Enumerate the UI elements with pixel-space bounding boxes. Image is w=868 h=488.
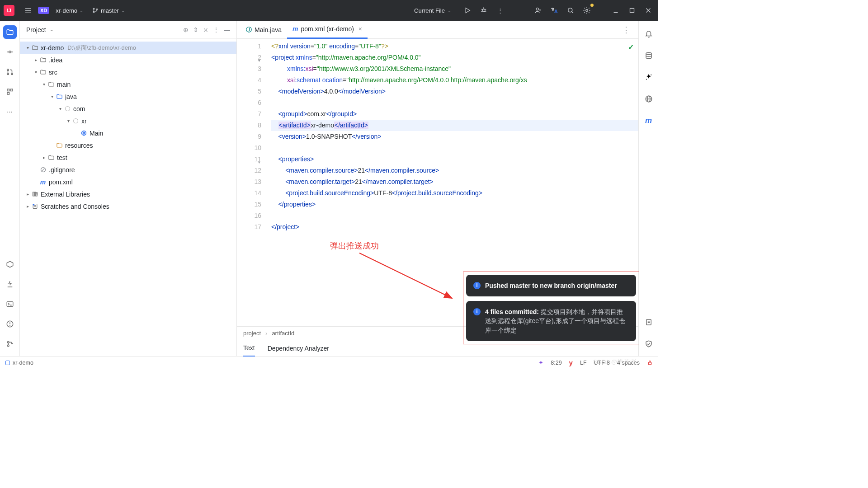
- svg-rect-33: [7, 302, 13, 307]
- svg-point-39: [7, 345, 9, 347]
- settings-icon[interactable]: [580, 4, 593, 17]
- svg-point-53: [646, 52, 651, 55]
- svg-rect-47: [34, 192, 36, 196]
- notification[interactable]: i 4 files committed: 提交项目到本地，并将项目推送到远程仓库…: [466, 301, 636, 341]
- folder-src-icon: [55, 93, 63, 100]
- status-project[interactable]: xr-demo: [13, 360, 33, 366]
- git-icon[interactable]: [3, 337, 17, 351]
- services-icon[interactable]: [3, 258, 17, 271]
- structure-tool-icon[interactable]: [3, 85, 17, 99]
- tree-row[interactable]: CMain: [20, 127, 236, 139]
- lib-icon: [31, 191, 39, 197]
- select-opened-icon[interactable]: ⊕: [183, 26, 189, 33]
- maximize-icon[interactable]: [626, 4, 638, 17]
- folder-icon: [47, 81, 55, 88]
- close-icon[interactable]: [642, 4, 655, 17]
- ai-icon[interactable]: [642, 70, 656, 84]
- sidebar-more-icon[interactable]: ⋮: [213, 26, 219, 33]
- status-y[interactable]: y: [569, 359, 573, 366]
- expand-all-icon[interactable]: ⇕: [193, 26, 198, 33]
- tabs-more-icon[interactable]: ⋮: [618, 25, 635, 35]
- xd-badge: XD: [38, 7, 49, 14]
- statusbar: xr-demo ✦ 8:29 y LF UTF-8 4 spaces: [0, 356, 658, 369]
- maven-tool-icon[interactable]: m: [642, 114, 656, 127]
- search-icon[interactable]: [564, 4, 577, 17]
- terminal-icon[interactable]: [3, 297, 17, 311]
- svg-rect-20: [630, 9, 634, 13]
- tab-close-icon[interactable]: ×: [359, 25, 362, 33]
- code-with-me-icon[interactable]: [532, 4, 544, 17]
- titlebar: IJ XD xr-demo⌄ master⌄ Current File⌄ ⋮: [0, 0, 658, 21]
- tree-row[interactable]: ▸External Libraries: [20, 188, 236, 200]
- tree-row[interactable]: resources: [20, 139, 236, 151]
- tree-row[interactable]: ▸Scratches and Consoles: [20, 200, 236, 212]
- run-config[interactable]: Current File⌄: [410, 5, 456, 16]
- build-icon[interactable]: [3, 277, 17, 291]
- editor-tab[interactable]: mpom.xml (xr-demo)×: [287, 21, 368, 39]
- svg-rect-48: [36, 192, 38, 196]
- tree-row[interactable]: ▾main: [20, 78, 236, 90]
- project-tree[interactable]: ▾xr-demoD:\桌面\zfb-demo\xr-demo▸.idea▾src…: [20, 39, 236, 356]
- folder-icon: [47, 154, 55, 161]
- maven-icon: m: [39, 178, 47, 186]
- hide-sidebar-icon[interactable]: —: [224, 26, 230, 33]
- tree-row[interactable]: ▸test: [20, 151, 236, 164]
- project-tool-icon[interactable]: [3, 25, 17, 39]
- tree-row[interactable]: ▾src: [20, 66, 236, 78]
- editor-subtab[interactable]: Dependency Analyzer: [268, 340, 329, 357]
- info-icon: i: [473, 282, 481, 289]
- minimize-icon[interactable]: [609, 4, 622, 17]
- tree-row[interactable]: ▾xr: [20, 115, 236, 127]
- pull-requests-icon[interactable]: [3, 65, 17, 79]
- branch-selector[interactable]: master⌄: [90, 5, 127, 16]
- debug-icon[interactable]: [477, 4, 490, 17]
- shield-icon[interactable]: [642, 337, 656, 351]
- tree-row[interactable]: ▸.idea: [20, 54, 236, 66]
- tree-row[interactable]: ▾java: [20, 90, 236, 103]
- run-icon[interactable]: [461, 4, 474, 17]
- more-tools-icon[interactable]: ⋯: [3, 105, 17, 118]
- problems-icon[interactable]: [3, 317, 17, 331]
- collapse-all-icon[interactable]: ⤫: [203, 26, 208, 33]
- menu-icon[interactable]: [22, 4, 34, 17]
- app-logo: IJ: [4, 5, 14, 16]
- notification[interactable]: i Pushed master to new branch origin/mas…: [466, 275, 636, 296]
- inspection-ok-icon: ✓: [628, 42, 634, 53]
- svg-point-26: [7, 69, 9, 71]
- svg-line-11: [481, 11, 482, 12]
- svg-point-4: [93, 11, 94, 13]
- translate-icon[interactable]: [548, 4, 561, 17]
- more-icon[interactable]: ⋮: [494, 4, 506, 17]
- svg-rect-30: [10, 89, 13, 91]
- tree-row[interactable]: .gitignore: [20, 164, 236, 176]
- project-sidebar: Project ⌄ ⊕ ⇕ ⤫ ⋮ — ▾xr-demoD:\桌面\zfb-de…: [20, 21, 237, 356]
- notifications-icon[interactable]: [642, 27, 656, 41]
- project-selector[interactable]: xr-demo⌄: [53, 5, 86, 16]
- folder-icon: [39, 69, 47, 75]
- svg-line-10: [485, 9, 486, 10]
- svg-marker-32: [7, 261, 13, 267]
- svg-point-38: [7, 341, 9, 343]
- status-lf[interactable]: LF: [580, 360, 587, 366]
- tree-row[interactable]: ▾xr-demoD:\桌面\zfb-demo\xr-demo: [20, 42, 236, 54]
- svg-point-41: [73, 119, 78, 123]
- web-icon[interactable]: [642, 92, 656, 106]
- commit-tool-icon[interactable]: [3, 45, 17, 59]
- tree-row[interactable]: ▾com: [20, 103, 236, 115]
- tool-windows-icon[interactable]: [5, 361, 10, 365]
- database-icon[interactable]: [642, 49, 656, 62]
- editor-tab[interactable]: ⒿMain.java: [241, 21, 287, 39]
- svg-point-27: [7, 73, 9, 75]
- annotation-text: 弹出推送成功: [330, 240, 379, 251]
- svg-point-16: [568, 8, 572, 12]
- tree-row[interactable]: mpom.xml: [20, 176, 236, 188]
- svg-point-13: [536, 8, 538, 10]
- status-position[interactable]: 8:29: [551, 360, 561, 366]
- right-rail: m: [638, 21, 658, 356]
- ai-status-icon[interactable]: ✦: [538, 359, 543, 366]
- editor-tabs: ⒿMain.javampom.xml (xr-demo)×⋮: [237, 21, 638, 39]
- folder-root-icon: [31, 44, 39, 51]
- status-lock-icon[interactable]: [647, 360, 653, 366]
- editor-subtab[interactable]: Text: [243, 340, 255, 357]
- coverage-icon[interactable]: [642, 315, 656, 329]
